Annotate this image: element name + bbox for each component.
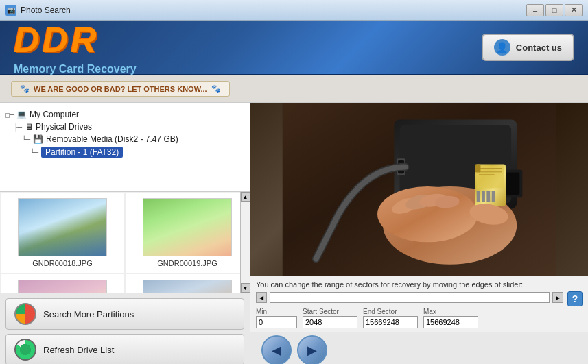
tree-label-removable: Removable Media (Disk2 - 7.47 GB): [46, 134, 178, 144]
start-label: Start Sector: [303, 308, 357, 315]
app-subtitle: Memory Card Recovery: [14, 63, 137, 75]
end-sector-input[interactable]: [363, 316, 418, 328]
computer-icon: 💻: [16, 110, 27, 119]
refresh-drive-icon: ↻: [14, 339, 36, 361]
preview-svg: [250, 103, 588, 276]
drives-icon: 🖥: [25, 122, 33, 132]
recovery-controls: You can change the range of sectors for …: [250, 276, 588, 332]
end-sector-group: End Sector: [363, 308, 418, 328]
photo-label-1: GNDR00018.JPG: [32, 259, 92, 267]
min-label: Min: [256, 308, 297, 315]
grid-scrollbar[interactable]: ▲ ▼: [240, 192, 250, 293]
tree-item-computer[interactable]: □─ 💻 My Computer: [5, 108, 244, 121]
photo-cell-1[interactable]: GNDR00018.JPG: [0, 192, 125, 274]
slider-left-btn[interactable]: ◀: [256, 292, 267, 303]
contact-label: Contact us: [516, 43, 562, 53]
help-button[interactable]: ?: [567, 291, 583, 306]
svg-rect-20: [477, 191, 480, 202]
tree-item-partition[interactable]: └─ Partition - 1 (FAT32): [5, 145, 244, 159]
main-content: □─ 💻 My Computer ├─ 🖥 Physical Drives └─…: [0, 103, 588, 364]
nav-buttons-row: ◀ ▶: [250, 332, 588, 364]
photo-cell-3[interactable]: GNDR00020.JPG: [0, 274, 125, 293]
max-input[interactable]: [423, 316, 478, 328]
photo-thumb-2: [143, 198, 232, 256]
contact-button[interactable]: 👤 Contact us: [482, 34, 574, 61]
svg-rect-15: [477, 166, 504, 189]
header: DDR Memory Card Recovery 👤 Contact us: [0, 21, 588, 75]
photo-grid: GNDR00018.JPG GNDR00019.JPG GNDR00020.JP…: [0, 192, 250, 293]
tree-connector-0: □─: [5, 111, 14, 119]
min-input[interactable]: [256, 316, 297, 328]
minimize-button[interactable]: –: [526, 4, 544, 16]
window-title: Photo Search: [21, 5, 526, 15]
tree-connector-3: └─: [30, 149, 38, 156]
tree-item-removable[interactable]: └─ 💾 Removable Media (Disk2 - 7.47 GB): [5, 133, 244, 145]
slider-track[interactable]: [270, 292, 550, 303]
search-partitions-label: Search More Partitions: [43, 309, 134, 319]
min-sector-group: Min: [256, 308, 297, 328]
scroll-down-btn[interactable]: ▼: [241, 283, 250, 293]
photo-label-2: GNDR00019.JPG: [157, 259, 217, 267]
search-partitions-icon: [14, 303, 36, 325]
contact-icon: 👤: [494, 39, 510, 56]
removable-icon: 💾: [33, 134, 43, 144]
photo-thumb-3: [18, 280, 107, 293]
svg-rect-19: [475, 164, 480, 172]
start-sector-group: Start Sector: [303, 308, 357, 328]
tree-label-drives: Physical Drives: [36, 122, 92, 132]
sd-card-image: [250, 103, 588, 276]
nav-buttons: ◀ ▶: [261, 335, 327, 364]
tree-item-drives[interactable]: ├─ 🖥 Physical Drives: [5, 121, 244, 133]
app-logo: DDR: [14, 19, 123, 60]
tree-label-computer: My Computer: [30, 110, 79, 119]
recovery-instruction: You can change the range of sectors for …: [256, 280, 583, 289]
rating-icon-left: 🐾: [20, 84, 30, 93]
close-button[interactable]: ✕: [565, 4, 583, 16]
rating-icon-right: 🐾: [211, 84, 221, 93]
scroll-up-btn[interactable]: ▲: [241, 192, 250, 202]
refresh-drive-label: Refresh Drive List: [43, 345, 114, 355]
right-panel: You can change the range of sectors for …: [250, 103, 588, 364]
tree-connector-1: ├─: [14, 123, 22, 131]
max-sector-group: Max: [423, 308, 478, 328]
bottom-buttons: Search More Partitions ↻ Refresh Drive L…: [0, 293, 250, 364]
slider-right-btn[interactable]: ▶: [552, 292, 563, 303]
next-button[interactable]: ▶: [297, 335, 327, 364]
slider-row: ◀ ▶: [256, 292, 563, 303]
start-sector-input[interactable]: [303, 316, 357, 328]
rating-section: 🐾 WE ARE GOOD OR BAD? LET OTHERS KNOW...…: [0, 75, 588, 103]
sector-fields-row: Min Start Sector End Sector Max: [256, 308, 583, 328]
left-panel: □─ 💻 My Computer ├─ 🖥 Physical Drives └─…: [0, 103, 250, 364]
title-buttons: – □ ✕: [526, 4, 583, 16]
svg-rect-22: [486, 191, 490, 202]
maximize-button[interactable]: □: [545, 4, 563, 16]
refresh-drive-button[interactable]: ↻ Refresh Drive List: [5, 334, 244, 364]
header-left: DDR Memory Card Recovery: [14, 19, 137, 75]
scrollbar-track: [241, 202, 250, 283]
tree-connector-2: └─: [22, 136, 30, 143]
photo-thumb-1: [18, 198, 107, 256]
max-label: Max: [423, 308, 478, 315]
svg-rect-21: [482, 191, 485, 202]
rating-text: WE ARE GOOD OR BAD? LET OTHERS KNOW...: [34, 85, 207, 93]
photo-cell-4[interactable]: GNDR00021.JPG: [125, 274, 250, 293]
svg-point-9: [377, 186, 478, 242]
partition-label: Partition - 1 (FAT32): [41, 147, 123, 158]
tree-view: □─ 💻 My Computer ├─ 🖥 Physical Drives └─…: [0, 103, 250, 192]
prev-button[interactable]: ◀: [261, 335, 292, 364]
svg-rect-23: [492, 191, 495, 202]
photo-thumb-4: [143, 280, 232, 293]
rating-banner[interactable]: 🐾 WE ARE GOOD OR BAD? LET OTHERS KNOW...…: [11, 81, 230, 97]
app-icon: 📷: [5, 5, 16, 16]
end-label: End Sector: [363, 308, 418, 315]
title-bar: 📷 Photo Search – □ ✕: [0, 0, 588, 21]
photo-preview: [250, 103, 588, 276]
search-partitions-button[interactable]: Search More Partitions: [5, 298, 244, 330]
photo-cell-2[interactable]: GNDR00019.JPG: [125, 192, 250, 274]
